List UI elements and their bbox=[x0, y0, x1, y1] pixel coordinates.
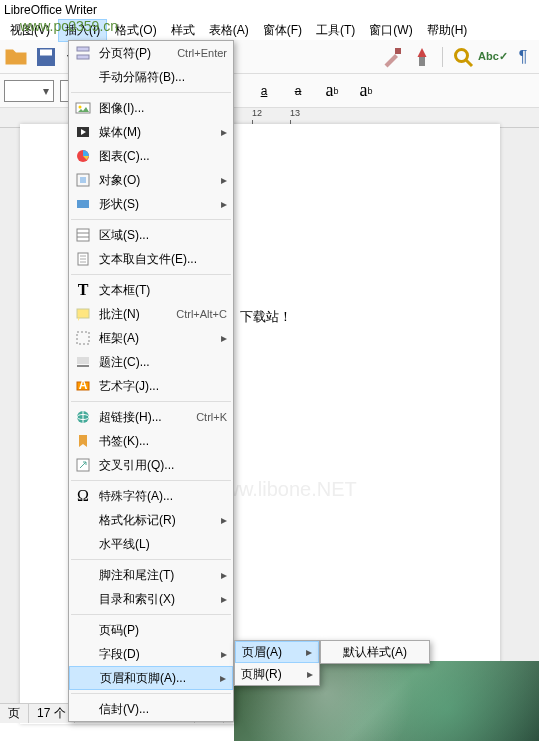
menu-item-10[interactable]: 文本取自文件(E)... bbox=[69, 247, 233, 271]
subscript-button[interactable]: ab bbox=[352, 78, 380, 104]
menu-item-1[interactable]: 手动分隔符(B)... bbox=[69, 65, 233, 89]
submenu-footer[interactable]: 页脚(R)▸ bbox=[235, 663, 319, 685]
textfile-icon bbox=[73, 250, 93, 268]
chevron-right-icon: ▸ bbox=[221, 173, 227, 187]
menu-item-29[interactable]: 页码(P) bbox=[69, 618, 233, 642]
strikethrough-button[interactable]: a bbox=[284, 78, 312, 104]
menu-item-6[interactable]: 对象(O)▸ bbox=[69, 168, 233, 192]
svg-rect-21 bbox=[77, 309, 89, 318]
menu-item-14[interactable]: 框架(A)▸ bbox=[69, 326, 233, 350]
menu-shortcut: Ctrl+Enter bbox=[177, 47, 227, 59]
clone-format-icon[interactable] bbox=[410, 45, 434, 69]
menu-form[interactable]: 窗体(F) bbox=[257, 20, 308, 41]
fontwork-icon: A bbox=[73, 377, 93, 395]
spellcheck-icon[interactable]: Abc✓ bbox=[481, 45, 505, 69]
menu-item-label: 书签(K)... bbox=[99, 433, 227, 450]
chevron-right-icon: ▸ bbox=[220, 671, 226, 685]
menu-item-22[interactable]: Ω特殊字符(A)... bbox=[69, 484, 233, 508]
menu-window[interactable]: 窗口(W) bbox=[363, 20, 418, 41]
menu-item-33[interactable]: 信封(V)... bbox=[69, 697, 233, 721]
menu-insert[interactable]: 插入(I) bbox=[58, 19, 107, 42]
find-icon[interactable] bbox=[451, 45, 475, 69]
menu-item-label: 特殊字符(A)... bbox=[99, 488, 227, 505]
pilcrow-icon[interactable]: ¶ bbox=[511, 45, 535, 69]
brush-icon[interactable] bbox=[380, 45, 404, 69]
menu-item-label: 手动分隔符(B)... bbox=[99, 69, 227, 86]
chevron-right-icon: ▸ bbox=[221, 647, 227, 661]
menu-view[interactable]: 视图(V) bbox=[4, 20, 56, 41]
blank-icon bbox=[73, 590, 93, 608]
chevron-right-icon: ▸ bbox=[307, 667, 313, 681]
toolbar-separator bbox=[442, 47, 443, 67]
menu-bar: 视图(V) 插入(I) 格式(O) 样式 表格(A) 窗体(F) 工具(T) 窗… bbox=[0, 20, 539, 40]
menu-item-15[interactable]: 题注(C)... bbox=[69, 350, 233, 374]
open-icon[interactable] bbox=[4, 45, 28, 69]
menu-separator bbox=[71, 559, 231, 560]
menu-separator bbox=[71, 401, 231, 402]
blank-icon bbox=[73, 645, 93, 663]
menu-item-18[interactable]: 超链接(H)...Ctrl+K bbox=[69, 405, 233, 429]
svg-rect-5 bbox=[77, 47, 89, 51]
menu-item-24[interactable]: 水平线(L) bbox=[69, 532, 233, 556]
menu-item-0[interactable]: 分页符(P)Ctrl+Enter bbox=[69, 41, 233, 65]
menu-item-label: 艺术字(J)... bbox=[99, 378, 227, 395]
menu-item-9[interactable]: 区域(S)... bbox=[69, 223, 233, 247]
caption-icon bbox=[73, 353, 93, 371]
superscript-button[interactable]: ab bbox=[318, 78, 346, 104]
menu-item-label: 框架(A) bbox=[99, 330, 217, 347]
menu-item-5[interactable]: 图表(C)... bbox=[69, 144, 233, 168]
save-icon[interactable] bbox=[34, 45, 58, 69]
special-icon: Ω bbox=[73, 487, 93, 505]
menu-item-16[interactable]: A艺术字(J)... bbox=[69, 374, 233, 398]
chevron-right-icon: ▸ bbox=[221, 197, 227, 211]
menu-item-label: 超链接(H)... bbox=[99, 409, 188, 426]
menu-item-label: 图像(I)... bbox=[99, 100, 227, 117]
menu-help[interactable]: 帮助(H) bbox=[421, 20, 474, 41]
menu-item-label: 题注(C)... bbox=[99, 354, 227, 371]
svg-point-8 bbox=[79, 106, 82, 109]
menu-shortcut: Ctrl+Alt+C bbox=[176, 308, 227, 320]
status-page[interactable]: 页 bbox=[0, 704, 29, 723]
menu-separator bbox=[71, 693, 231, 694]
svg-rect-12 bbox=[80, 177, 86, 183]
menu-item-13[interactable]: 批注(N)Ctrl+Alt+C bbox=[69, 302, 233, 326]
submenu-header[interactable]: 页眉(A)▸ bbox=[235, 641, 319, 663]
svg-rect-3 bbox=[419, 57, 425, 66]
menu-item-label: 媒体(M) bbox=[99, 124, 217, 141]
menu-styles[interactable]: 样式 bbox=[165, 20, 201, 41]
blank-icon bbox=[73, 566, 93, 584]
chart-icon bbox=[73, 147, 93, 165]
underline-button[interactable]: a bbox=[250, 78, 278, 104]
menu-shortcut: Ctrl+K bbox=[196, 411, 227, 423]
svg-rect-23 bbox=[77, 357, 89, 364]
menu-item-7[interactable]: 形状(S)▸ bbox=[69, 192, 233, 216]
blank-icon bbox=[74, 669, 94, 687]
menu-item-label: 图表(C)... bbox=[99, 148, 227, 165]
menu-item-26[interactable]: 脚注和尾注(T)▸ bbox=[69, 563, 233, 587]
menu-item-23[interactable]: 格式化标记(R)▸ bbox=[69, 508, 233, 532]
menu-item-4[interactable]: 媒体(M)▸ bbox=[69, 120, 233, 144]
menu-item-27[interactable]: 目录和索引(X)▸ bbox=[69, 587, 233, 611]
menu-item-label: 水平线(L) bbox=[99, 536, 227, 553]
menu-item-label: 分页符(P) bbox=[99, 45, 169, 62]
menu-item-20[interactable]: 交叉引用(Q)... bbox=[69, 453, 233, 477]
crossref-icon bbox=[73, 456, 93, 474]
menu-format[interactable]: 格式(O) bbox=[109, 20, 162, 41]
menu-item-label: 目录和索引(X) bbox=[99, 591, 217, 608]
submenu-default-style[interactable]: 默认样式(A) bbox=[321, 641, 429, 663]
svg-rect-13 bbox=[77, 200, 89, 208]
menu-item-30[interactable]: 字段(D)▸ bbox=[69, 642, 233, 666]
header-style-submenu: 默认样式(A) bbox=[320, 640, 430, 664]
style-combo[interactable]: ▾ bbox=[4, 80, 54, 102]
insert-menu-dropdown: 分页符(P)Ctrl+Enter手动分隔符(B)...图像(I)...媒体(M)… bbox=[68, 40, 234, 722]
menu-tools[interactable]: 工具(T) bbox=[310, 20, 361, 41]
app-title: LibreOffice Writer bbox=[4, 3, 97, 17]
title-bar: LibreOffice Writer bbox=[0, 0, 539, 20]
menu-item-12[interactable]: T文本框(T) bbox=[69, 278, 233, 302]
menu-item-3[interactable]: 图像(I)... bbox=[69, 96, 233, 120]
menu-item-19[interactable]: 书签(K)... bbox=[69, 429, 233, 453]
menu-item-31[interactable]: 页眉和页脚(A)...▸ bbox=[69, 666, 233, 690]
blank-icon bbox=[73, 535, 93, 553]
menu-table[interactable]: 表格(A) bbox=[203, 20, 255, 41]
menu-item-label: 文本取自文件(E)... bbox=[99, 251, 227, 268]
